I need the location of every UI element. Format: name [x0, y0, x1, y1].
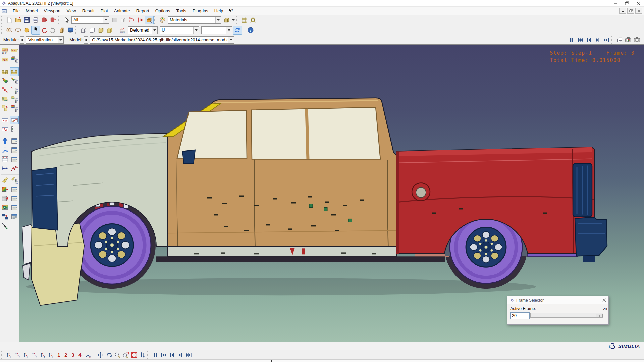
stream-manager-icon[interactable]: [10, 203, 19, 212]
chevron-down-icon[interactable]: [228, 37, 234, 43]
result-options-icon[interactable]: >L<: [1, 55, 9, 64]
color-box-tool-icon[interactable]: [145, 16, 154, 24]
view-3-button[interactable]: 3: [69, 351, 76, 359]
multiple-plot-states-icon[interactable]: [1, 137, 9, 145]
ply-stack-options-icon[interactable]: [10, 176, 19, 185]
magnify-view-icon[interactable]: [113, 351, 121, 359]
edit-selection-points-icon[interactable]: [136, 16, 145, 24]
toolbar-grip[interactable]: [1, 351, 4, 359]
menu-item-report[interactable]: Report: [133, 7, 152, 14]
create-display-group-icon[interactable]: [119, 16, 127, 24]
plot-symbols-icon[interactable]: [1, 85, 9, 94]
overlay-plot-icon[interactable]: [1, 104, 9, 112]
previous-frame-icon[interactable]: [168, 351, 176, 359]
primary-variable-combo[interactable]: U: [160, 26, 199, 34]
animate-scale-factor-icon[interactable]: [1, 116, 9, 124]
toolbar-grip[interactable]: [1, 16, 4, 24]
first-frame-icon[interactable]: [576, 36, 585, 44]
next-frame-icon[interactable]: [593, 36, 602, 44]
xy-data-manager-icon[interactable]: [10, 155, 19, 164]
previous-frame-icon[interactable]: [585, 36, 593, 44]
pan-view-icon[interactable]: [96, 351, 105, 359]
last-frame-icon[interactable]: [184, 351, 193, 359]
menu-item-viewport[interactable]: Viewport: [41, 7, 63, 14]
open-file-icon[interactable]: [14, 16, 22, 24]
pause-animation-icon[interactable]: [567, 36, 576, 44]
view-front-icon[interactable]: YX: [5, 351, 13, 359]
select-cursor-icon[interactable]: [62, 16, 70, 24]
clipboard-icon[interactable]: [57, 26, 66, 35]
xy-plot-curve-icon[interactable]: [10, 164, 19, 173]
rotate-view-icon[interactable]: [105, 351, 113, 359]
toolbar-grip[interactable]: [75, 26, 78, 34]
last-frame-icon[interactable]: [602, 36, 611, 44]
frame-selector-dialog[interactable]: Frame Selector Active Frame: 0 20: [507, 296, 609, 325]
menu-item-help[interactable]: Help: [211, 7, 226, 14]
toolbar-grip[interactable]: [147, 351, 150, 359]
view-4-button[interactable]: 4: [76, 351, 84, 359]
minimize-button[interactable]: [610, 0, 621, 6]
close-button[interactable]: [633, 0, 644, 6]
menu-item-options[interactable]: Options: [152, 7, 173, 14]
info-icon[interactable]: i: [246, 26, 255, 35]
query-monitor-icon[interactable]: [66, 26, 75, 35]
front-wheel[interactable]: [73, 206, 151, 284]
field-output-icon[interactable]: 1231 2 3 4: [1, 46, 9, 55]
plot-contours-icon[interactable]: [1, 76, 9, 85]
animate-time-history-icon[interactable]: [10, 116, 19, 124]
chevron-down-icon[interactable]: [226, 27, 232, 34]
overlay-options-icon[interactable]: [10, 104, 19, 112]
view-bottom-icon[interactable]: XZ: [30, 351, 39, 359]
chevron-down-icon[interactable]: [58, 37, 63, 43]
viewport-canvas[interactable]: Step: Step-1 Frame: 3 Total Time: 0.0150…: [19, 45, 644, 342]
symbol-options-icon[interactable]: [10, 85, 19, 94]
spectrum-manager-icon[interactable]: [10, 55, 19, 64]
chevron-down-icon[interactable]: [193, 27, 199, 34]
view-right-icon[interactable]: ZY: [47, 351, 55, 359]
toolbar-grip[interactable]: [1, 26, 4, 34]
frame-slider[interactable]: [530, 313, 603, 318]
toolbar-grip[interactable]: [58, 16, 60, 24]
filled-circle-icon[interactable]: [22, 26, 31, 35]
redo-icon[interactable]: [49, 26, 57, 35]
hidden-line-render-icon[interactable]: [88, 26, 97, 35]
print-icon[interactable]: [31, 16, 40, 24]
view-top-icon[interactable]: ZX: [22, 351, 30, 359]
child-close-button[interactable]: [635, 8, 642, 14]
plot-orientations-icon[interactable]: [1, 95, 9, 103]
model-combo[interactable]: C:/Slaw/15-Marketing/2024-06-25-glb-file…: [90, 36, 234, 44]
box-zoom-icon[interactable]: [121, 351, 130, 359]
display-group-gray-icon[interactable]: [110, 16, 119, 24]
coordinate-system-icon[interactable]: [1, 146, 9, 155]
undo-icon[interactable]: [40, 26, 49, 35]
active-frame-input[interactable]: [510, 312, 530, 319]
field-output-steps-icon[interactable]: 1 2 3: [10, 46, 19, 55]
menu-item-plug-ins[interactable]: Plug-ins: [190, 7, 211, 14]
snapshot-icon[interactable]: [633, 36, 641, 44]
menu-item-model[interactable]: Model: [23, 7, 41, 14]
custom-view-triad-icon[interactable]: [84, 351, 92, 359]
color-code-combo[interactable]: Materials: [168, 16, 221, 24]
front-cowl-box[interactable]: [32, 168, 58, 230]
first-frame-icon[interactable]: [159, 351, 168, 359]
venn-outline-circles-icon[interactable]: [14, 26, 22, 35]
color-code-palette-icon[interactable]: [158, 16, 167, 24]
refinement-combo[interactable]: [201, 26, 232, 34]
child-restore-button[interactable]: [627, 8, 634, 14]
restore-button[interactable]: [621, 0, 633, 6]
plot-state-combo[interactable]: Deformed: [128, 26, 158, 34]
model-spinner[interactable]: [84, 36, 88, 44]
view-cut-icon[interactable]: [1, 194, 9, 203]
plot-deformed-icon[interactable]: [10, 67, 19, 76]
rear-bumper[interactable]: [575, 217, 607, 262]
cs-manager-icon[interactable]: [10, 146, 19, 155]
path-icon[interactable]: [1, 164, 9, 173]
venn-filled-circles-icon[interactable]: [5, 26, 14, 35]
xy-data-icon[interactable]: XY: [1, 155, 9, 164]
selection-filter-combo[interactable]: All: [71, 16, 109, 24]
module-combo[interactable]: Visualization: [26, 36, 64, 44]
probe-values-icon[interactable]: [1, 221, 9, 230]
edit-selection-region-icon[interactable]: [127, 16, 136, 24]
view-2-button[interactable]: 2: [62, 351, 69, 359]
pause-animation-icon[interactable]: [151, 351, 159, 359]
